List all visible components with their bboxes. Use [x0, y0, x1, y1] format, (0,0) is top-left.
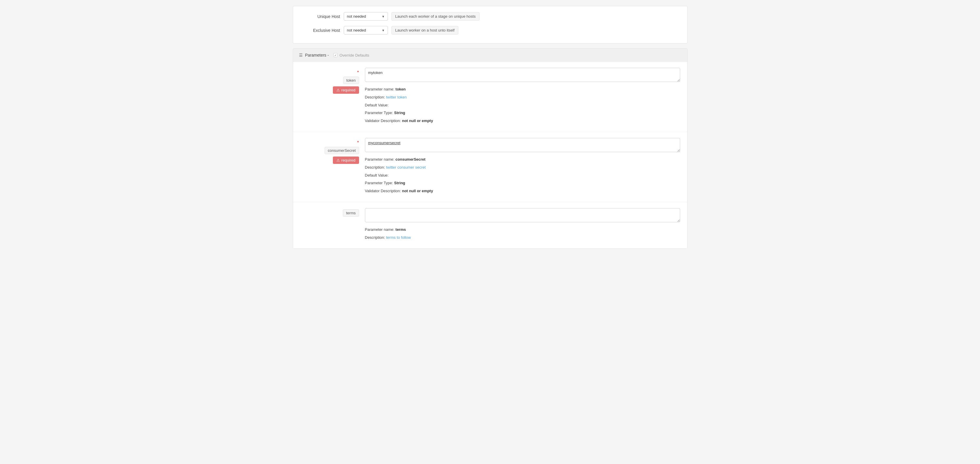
unique-host-select[interactable]: not needed needed [344, 12, 388, 21]
exclusive-host-select-wrapper: not needed needed ▼ [344, 26, 388, 35]
host-config-section: Unique Host not needed needed ▼ Launch e… [293, 6, 687, 44]
override-checkmark-icon: ✓ [334, 54, 337, 57]
exclusive-host-description: Launch worker on a host unto itself [391, 26, 459, 35]
param-right-token: mytoken Parameter name: token Descriptio… [365, 68, 680, 126]
param-row-consumer-secret: • consumerSecret ⚠ required myconsumerse… [293, 132, 687, 202]
param-left-consumer-secret: • consumerSecret ⚠ required [300, 138, 359, 196]
param-detail-desc-terms: Description: terms to follow [365, 234, 680, 241]
param-row-terms: terms Parameter name: terms Description:… [293, 202, 687, 249]
param-desc-link-token[interactable]: twitter token [386, 95, 407, 99]
param-name-badge-token: token [343, 77, 359, 84]
param-right-terms: Parameter name: terms Description: terms… [365, 208, 680, 242]
param-detail-name-terms: Parameter name: terms [365, 227, 680, 233]
param-detail-type-token: Parameter Type: String [365, 110, 680, 116]
override-defaults-toggle[interactable]: ✓ Override Defaults [333, 53, 369, 57]
required-icon-token: ⚠ [336, 88, 340, 92]
param-detail-desc-consumer-secret: Description: twitter consumer secret [365, 164, 680, 171]
exclusive-host-label: Exclusive Host [302, 28, 340, 33]
param-textarea-consumer-secret[interactable]: myconsumersecret [365, 138, 680, 152]
unique-host-row: Unique Host not needed needed ▼ Launch e… [302, 12, 678, 21]
unique-host-description: Launch each worker of a stage on unique … [391, 12, 480, 21]
param-name-badge-consumer-secret: consumerSecret [325, 147, 359, 154]
parameters-section: ☰ Parameters - ✓ Override Defaults • tok… [293, 48, 687, 249]
parameters-list-icon: ☰ [299, 53, 303, 57]
param-name-badge-terms: terms [343, 209, 359, 217]
required-badge-token[interactable]: ⚠ required [333, 86, 359, 94]
required-label-token: required [341, 88, 356, 92]
param-desc-link-terms[interactable]: terms to follow [386, 235, 411, 240]
unique-host-select-wrapper: not needed needed ▼ [344, 12, 388, 21]
param-detail-validator-consumer-secret: Validator Description: not null or empty [365, 188, 680, 194]
param-detail-validator-token: Validator Description: not null or empty [365, 118, 680, 124]
param-detail-desc-token: Description: twitter token [365, 94, 680, 100]
required-badge-consumer-secret[interactable]: ⚠ required [333, 156, 359, 164]
param-detail-name-consumer-secret: Parameter name: consumerSecret [365, 156, 680, 163]
params-content: • token ⚠ required mytoken Parameter nam… [293, 62, 687, 249]
param-detail-default-token: Default Value: [365, 102, 680, 108]
parameters-title-text: Parameters - [305, 53, 329, 57]
required-dot-token: • [357, 69, 359, 74]
unique-host-label: Unique Host [302, 14, 340, 19]
required-icon-consumer-secret: ⚠ [336, 158, 340, 163]
override-defaults-checkbox[interactable]: ✓ [333, 53, 337, 57]
param-left-token: • token ⚠ required [300, 68, 359, 126]
param-row-token: • token ⚠ required mytoken Parameter nam… [293, 62, 687, 132]
required-dot-consumer-secret: • [357, 139, 359, 144]
param-detail-type-consumer-secret: Parameter Type: String [365, 180, 680, 186]
override-defaults-label: Override Defaults [339, 53, 369, 57]
param-textarea-terms[interactable] [365, 208, 680, 222]
exclusive-host-row: Exclusive Host not needed needed ▼ Launc… [302, 26, 678, 35]
param-detail-name-token: Parameter name: token [365, 86, 680, 92]
parameters-header: ☰ Parameters - ✓ Override Defaults [293, 49, 687, 62]
param-left-terms: terms [300, 208, 359, 242]
param-textarea-token[interactable]: mytoken [365, 68, 680, 82]
required-label-consumer-secret: required [341, 158, 356, 163]
exclusive-host-select[interactable]: not needed needed [344, 26, 388, 35]
param-desc-link-consumer-secret[interactable]: twitter consumer secret [386, 165, 426, 169]
param-detail-default-consumer-secret: Default Value: [365, 172, 680, 179]
param-right-consumer-secret: myconsumersecret Parameter name: consume… [365, 138, 680, 196]
parameters-title-group: ☰ Parameters - [299, 53, 329, 57]
